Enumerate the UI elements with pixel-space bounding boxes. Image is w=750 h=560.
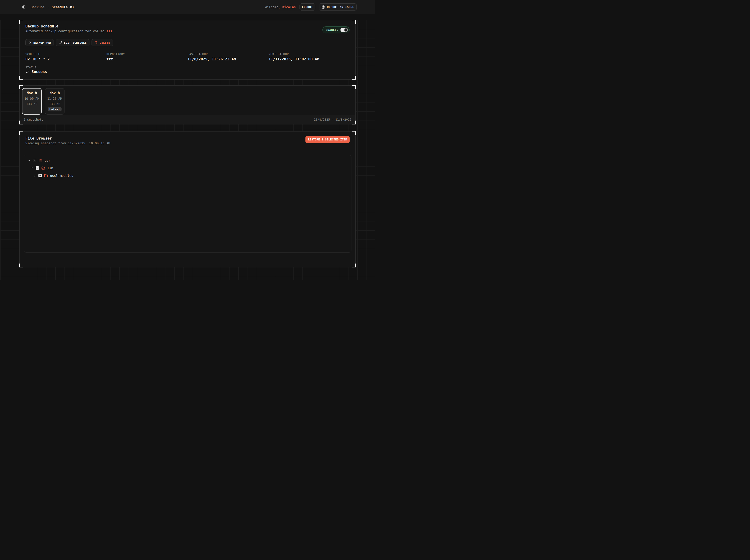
tree-label: ossl-modules bbox=[50, 174, 73, 178]
file-browser-subtitle: Viewing snapshot from 11/8/2025, 10:09:1… bbox=[25, 141, 110, 145]
field-label: LAST BACKUP bbox=[188, 53, 269, 56]
play-icon bbox=[28, 41, 32, 44]
tree-row-lib[interactable]: lib bbox=[28, 164, 348, 172]
backup-now-button[interactable]: BACKUP NOW bbox=[25, 39, 54, 46]
enabled-switch[interactable] bbox=[340, 28, 348, 32]
check-icon bbox=[25, 70, 29, 74]
snapshot-time: 11:26 AM bbox=[45, 97, 64, 100]
chevron-down-icon[interactable] bbox=[28, 159, 31, 162]
breadcrumb-current-page: Schedule #3 bbox=[52, 5, 74, 9]
checkbox-ossl-modules[interactable] bbox=[38, 174, 42, 177]
snapshot-size: 133 KB bbox=[45, 102, 64, 106]
tree-label: usr bbox=[45, 159, 50, 162]
chevron-down-icon[interactable] bbox=[31, 166, 34, 169]
field-last-backup: LAST BACKUP 11/8/2025, 11:26:22 AM bbox=[188, 53, 269, 62]
corner-bracket bbox=[352, 85, 356, 89]
snapshot-count: 2 snapshots bbox=[24, 118, 43, 121]
enabled-toggle-pill: ENABLED bbox=[322, 26, 350, 34]
corner-bracket bbox=[352, 131, 356, 135]
field-label: REPOSITORY bbox=[106, 53, 188, 56]
snapshot-date: Nov 8 bbox=[22, 91, 41, 95]
panel-left-icon bbox=[22, 5, 26, 9]
checkbox-usr[interactable] bbox=[33, 159, 36, 162]
latest-badge: Latest bbox=[48, 107, 62, 112]
tree-row-usr[interactable]: usr bbox=[28, 157, 348, 164]
breadcrumb-backups[interactable]: Backups bbox=[31, 5, 45, 9]
main-content: Backup schedule Automated backup configu… bbox=[0, 20, 375, 280]
corner-bracket bbox=[19, 85, 23, 89]
field-value: 02 10 * * 2 bbox=[25, 57, 106, 62]
chevron-right-icon bbox=[47, 5, 50, 8]
field-label: SCHEDULE bbox=[25, 53, 106, 56]
pencil-icon bbox=[59, 41, 62, 44]
field-status: STATUS Success bbox=[25, 66, 350, 74]
folder-icon bbox=[44, 174, 48, 178]
schedule-panel-subtitle: Automated backup configuration for volum… bbox=[25, 29, 112, 34]
volume-name: sss bbox=[106, 29, 112, 33]
corner-bracket bbox=[19, 131, 23, 135]
field-label: NEXT BACKUP bbox=[269, 53, 350, 56]
snapshot-card-selected[interactable]: Nov 8 10:09 AM 133 KB bbox=[22, 88, 42, 115]
backup-schedule-panel: Backup schedule Automated backup configu… bbox=[19, 20, 356, 80]
corner-bracket bbox=[19, 121, 23, 124]
switch-knob bbox=[344, 28, 348, 32]
snapshot-time: 10:09 AM bbox=[22, 97, 41, 100]
file-browser-panel: File Browser Viewing snapshot from 11/8/… bbox=[19, 131, 356, 267]
welcome-text: Welcome, nicolas bbox=[265, 5, 296, 9]
snapshots-panel: Nov 8 10:09 AM 133 KB Nov 8 11:26 AM 133… bbox=[19, 85, 356, 124]
edit-schedule-button[interactable]: EDIT SCHEDULE bbox=[56, 39, 90, 46]
corner-bracket bbox=[352, 121, 356, 124]
chevron-right-icon[interactable] bbox=[33, 174, 36, 177]
checkbox-lib[interactable] bbox=[36, 166, 39, 170]
field-value: ttt bbox=[106, 57, 188, 62]
folder-open-icon bbox=[39, 159, 42, 162]
field-schedule: SCHEDULE 02 10 * * 2 bbox=[25, 53, 106, 62]
field-value: 11/11/2025, 11:02:00 AM bbox=[269, 57, 350, 62]
delete-button[interactable]: DELETE bbox=[92, 39, 113, 46]
logout-button[interactable]: LOGOUT bbox=[299, 3, 316, 11]
top-bar: Backups Schedule #3 Welcome, nicolas LOG… bbox=[0, 0, 375, 14]
snapshot-card-latest[interactable]: Nov 8 11:26 AM 133 KB Latest bbox=[45, 88, 64, 115]
report-issue-button[interactable]: REPORT AN ISSUE bbox=[319, 3, 357, 11]
file-tree: usr lib ossl-modules bbox=[24, 155, 351, 253]
breadcrumb: Backups Schedule #3 bbox=[31, 5, 74, 9]
corner-bracket bbox=[352, 263, 356, 267]
username: nicolas bbox=[282, 5, 296, 9]
file-browser-title: File Browser bbox=[25, 136, 110, 141]
life-buoy-icon bbox=[321, 5, 325, 9]
restore-selected-button[interactable]: RESTORE 1 SELECTED ITEM bbox=[305, 136, 350, 143]
schedule-panel-title: Backup schedule bbox=[25, 24, 112, 28]
snapshot-date-range: 11/8/2025 - 11/8/2025 bbox=[314, 118, 351, 121]
corner-bracket bbox=[19, 76, 23, 80]
sidebar-toggle-button[interactable] bbox=[22, 5, 26, 9]
snapshots-footer: 2 snapshots 11/8/2025 - 11/8/2025 bbox=[20, 115, 355, 124]
tree-label: lib bbox=[47, 166, 53, 170]
tree-row-ossl-modules[interactable]: ossl-modules bbox=[28, 172, 348, 179]
corner-bracket bbox=[19, 20, 23, 24]
breadcrumb-separator bbox=[47, 5, 50, 8]
corner-bracket bbox=[352, 76, 356, 80]
snapshot-size: 133 KB bbox=[22, 102, 41, 106]
corner-bracket bbox=[19, 263, 23, 267]
field-repository: REPOSITORY ttt bbox=[106, 53, 188, 62]
field-value: 11/8/2025, 11:26:22 AM bbox=[188, 57, 269, 62]
check-icon bbox=[36, 167, 39, 169]
snapshot-date: Nov 8 bbox=[45, 91, 64, 95]
field-label: STATUS bbox=[25, 66, 350, 69]
check-icon bbox=[34, 159, 36, 162]
enabled-label: ENABLED bbox=[325, 28, 339, 32]
field-next-backup: NEXT BACKUP 11/11/2025, 11:02:00 AM bbox=[269, 53, 350, 62]
corner-bracket bbox=[352, 20, 356, 24]
check-icon bbox=[39, 174, 41, 177]
folder-open-icon bbox=[41, 166, 45, 170]
status-value: Success bbox=[25, 69, 350, 74]
trash-icon bbox=[95, 41, 98, 44]
